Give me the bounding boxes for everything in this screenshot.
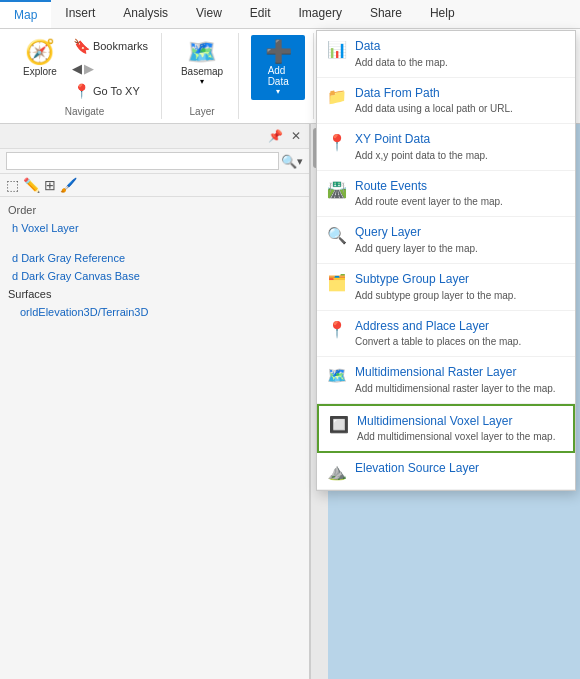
data-from-path-description: Add data using a local path or URL. <box>355 102 565 115</box>
subtype-group-layer-title: Subtype Group Layer <box>355 272 565 288</box>
explore-icon: 🧭 <box>25 40 55 64</box>
back-icon[interactable]: ◀ <box>72 61 82 76</box>
route-events-title: Route Events <box>355 179 565 195</box>
explore-button[interactable]: 🧭 Explore <box>16 35 64 82</box>
basemap-button[interactable]: 🗺️ Basemap ▾ <box>174 35 230 91</box>
add-data-label: AddData <box>268 65 289 87</box>
query-layer-text: Query LayerAdd query layer to the map. <box>355 225 565 255</box>
data-title: Data <box>355 39 565 55</box>
menu-item-route-events[interactable]: 🛣️Route EventsAdd route event layer to t… <box>317 171 575 218</box>
search-bar: 🔍 ▾ <box>0 149 309 174</box>
tab-share[interactable]: Share <box>356 0 416 28</box>
tab-map[interactable]: Map <box>0 0 51 28</box>
data-from-path-title: Data From Path <box>355 86 565 102</box>
address-place-layer-icon: 📍 <box>327 320 347 339</box>
bookmarks-icon: 🔖 <box>73 38 90 54</box>
menu-item-multidimensional-raster[interactable]: 🗺️Multidimensional Raster LayerAdd multi… <box>317 357 575 404</box>
multidimensional-voxel-description: Add multidimensional voxel layer to the … <box>357 430 563 443</box>
data-description: Add data to the map. <box>355 56 565 69</box>
add-data-group: ➕ AddData ▾ . <box>243 33 314 119</box>
tab-edit[interactable]: Edit <box>236 0 285 28</box>
basemap-group-label: Layer <box>190 104 215 117</box>
goto-xy-icon: 📍 <box>73 83 90 99</box>
subtype-group-layer-description: Add subtype group layer to the map. <box>355 289 565 302</box>
panel-header: 📌 ✕ <box>0 124 309 149</box>
list-item[interactable]: d Dark Gray Canvas Base <box>0 267 309 285</box>
edit-icon[interactable]: ✏️ <box>23 177 40 193</box>
add-data-button[interactable]: ➕ AddData ▾ <box>251 35 305 100</box>
address-place-layer-description: Convert a table to places on the map. <box>355 335 565 348</box>
multidimensional-raster-title: Multidimensional Raster Layer <box>355 365 565 381</box>
data-text: DataAdd data to the map. <box>355 39 565 69</box>
basemap-group: 🗺️ Basemap ▾ Layer <box>166 33 239 119</box>
left-panel: 📌 ✕ 🔍 ▾ ⬚ ✏️ ⊞ 🖌️ Order h Voxel Layer d … <box>0 124 310 679</box>
tab-help[interactable]: Help <box>416 0 469 28</box>
filter-icon[interactable]: ⬚ <box>6 177 19 193</box>
menu-item-elevation-source[interactable]: ⛰️Elevation Source Layer <box>317 453 575 490</box>
tab-view[interactable]: View <box>182 0 236 28</box>
data-from-path-icon: 📁 <box>327 87 347 106</box>
menu-item-subtype-group-layer[interactable]: 🗂️Subtype Group LayerAdd subtype group l… <box>317 264 575 311</box>
subtype-group-layer-icon: 🗂️ <box>327 273 347 292</box>
basemap-label: Basemap <box>181 66 223 77</box>
tab-insert[interactable]: Insert <box>51 0 109 28</box>
navigate-group-label: Navigate <box>65 104 104 117</box>
address-place-layer-text: Address and Place LayerConvert a table t… <box>355 319 565 349</box>
route-events-text: Route EventsAdd route event layer to the… <box>355 179 565 209</box>
elevation-source-text: Elevation Source Layer <box>355 461 565 477</box>
multidimensional-voxel-title: Multidimensional Voxel Layer <box>357 414 563 430</box>
address-place-layer-title: Address and Place Layer <box>355 319 565 335</box>
layer-list: Order h Voxel Layer d Dark Gray Referenc… <box>0 197 309 679</box>
search-input[interactable] <box>6 152 279 170</box>
list-item[interactable]: h Voxel Layer <box>0 219 309 237</box>
ribbon-tabs: Map Insert Analysis View Edit Imagery Sh… <box>0 0 580 29</box>
bookmarks-button[interactable]: 🔖 Bookmarks <box>68 35 153 57</box>
layer-order-label: Order <box>0 201 309 219</box>
route-events-icon: 🛣️ <box>327 180 347 199</box>
menu-item-query-layer[interactable]: 🔍Query LayerAdd query layer to the map. <box>317 217 575 264</box>
add-data-icon: ➕ <box>265 39 292 65</box>
layer-section: Surfaces <box>0 285 309 303</box>
menu-item-multidimensional-voxel[interactable]: 🔲Multidimensional Voxel LayerAdd multidi… <box>317 404 575 454</box>
multidimensional-raster-icon: 🗺️ <box>327 366 347 385</box>
multidimensional-raster-description: Add multidimensional raster layer to the… <box>355 382 565 395</box>
list-item[interactable]: orldElevation3D/Terrain3D <box>0 303 309 321</box>
tab-analysis[interactable]: Analysis <box>109 0 182 28</box>
search-icon[interactable]: 🔍 <box>281 154 297 169</box>
paint-icon[interactable]: 🖌️ <box>60 177 77 193</box>
menu-item-data[interactable]: 📊DataAdd data to the map. <box>317 31 575 78</box>
navigate-group: 🧭 Explore 🔖 Bookmarks ◀ ▶ 📍 Go To XY <box>8 33 162 119</box>
xy-point-data-text: XY Point DataAdd x,y point data to the m… <box>355 132 565 162</box>
forward-icon[interactable]: ▶ <box>84 61 94 76</box>
list-item[interactable]: d Dark Gray Reference <box>0 249 309 267</box>
data-from-path-text: Data From PathAdd data using a local pat… <box>355 86 565 116</box>
tab-imagery[interactable]: Imagery <box>285 0 356 28</box>
add-data-arrow-icon: ▾ <box>276 87 280 96</box>
data-icon: 📊 <box>327 40 347 59</box>
menu-item-xy-point-data[interactable]: 📍XY Point DataAdd x,y point data to the … <box>317 124 575 171</box>
main-area: 📌 ✕ 🔍 ▾ ⬚ ✏️ ⊞ 🖌️ Order h Voxel Layer d … <box>0 124 580 679</box>
elevation-source-title: Elevation Source Layer <box>355 461 565 477</box>
close-icon[interactable]: ✕ <box>287 127 305 145</box>
goto-xy-button[interactable]: 📍 Go To XY <box>68 80 153 102</box>
route-events-description: Add route event layer to the map. <box>355 195 565 208</box>
subtype-group-layer-text: Subtype Group LayerAdd subtype group lay… <box>355 272 565 302</box>
menu-item-data-from-path[interactable]: 📁Data From PathAdd data using a local pa… <box>317 78 575 125</box>
basemap-icon: 🗺️ <box>187 40 217 64</box>
xy-point-data-description: Add x,y point data to the map. <box>355 149 565 162</box>
menu-item-address-place-layer[interactable]: 📍Address and Place LayerConvert a table … <box>317 311 575 358</box>
dropdown-menu: 📊DataAdd data to the map.📁Data From Path… <box>316 30 576 491</box>
toolbar-row: ⬚ ✏️ ⊞ 🖌️ <box>0 174 309 197</box>
pin-icon[interactable]: 📌 <box>266 127 284 145</box>
goto-xy-label: Go To XY <box>93 85 140 97</box>
multidimensional-raster-text: Multidimensional Raster LayerAdd multidi… <box>355 365 565 395</box>
multidimensional-voxel-text: Multidimensional Voxel LayerAdd multidim… <box>357 414 563 444</box>
elevation-source-icon: ⛰️ <box>327 462 347 481</box>
xy-point-data-icon: 📍 <box>327 133 347 152</box>
xy-point-data-title: XY Point Data <box>355 132 565 148</box>
grid-icon[interactable]: ⊞ <box>44 177 56 193</box>
bookmarks-label: Bookmarks <box>93 40 148 52</box>
query-layer-title: Query Layer <box>355 225 565 241</box>
explore-label: Explore <box>23 66 57 77</box>
search-dropdown-icon[interactable]: ▾ <box>297 155 303 168</box>
